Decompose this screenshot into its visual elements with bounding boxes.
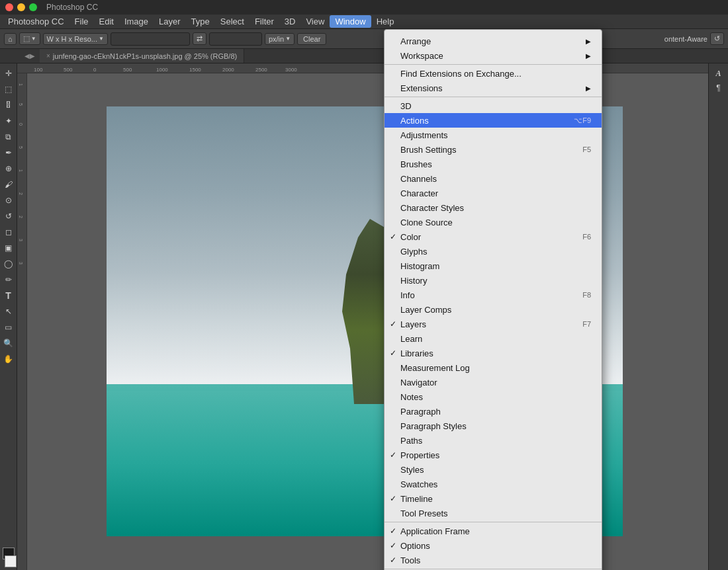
menu-workspace[interactable]: Workspace ▶ [385, 48, 602, 63]
menu-history[interactable]: History [385, 273, 602, 288]
tp-label: Tool Presets [400, 509, 591, 518]
opt-label: Options [400, 541, 591, 551]
menu-section-app: ✓ Application Frame ✓ Options ✓ Tools [385, 522, 602, 569]
info-label: Info [400, 290, 577, 300]
menu-brushes[interactable]: Brushes [385, 157, 602, 171]
ext-label: Extensions [400, 83, 583, 93]
menu-adjustments[interactable]: Adjustments [385, 128, 602, 142]
menu-paths[interactable]: Paths [385, 433, 602, 448]
ps-label: Paragraph Styles [400, 421, 591, 431]
lc-label: Layer Comps [400, 305, 591, 315]
menu-arrange[interactable]: Arrange ▶ [385, 34, 602, 48]
ml-label: Measurement Log [400, 363, 591, 373]
learn-label: Learn [400, 334, 591, 344]
tl-check: ✓ [390, 494, 400, 503]
menu-measurement-log[interactable]: Measurement Log [385, 360, 602, 375]
styles-label: Styles [400, 465, 591, 475]
bs-shortcut: F5 [582, 145, 591, 153]
workspace-arrow: ▶ [586, 52, 591, 60]
cs-label: Character Styles [400, 203, 591, 213]
menu-tools[interactable]: ✓ Tools [385, 553, 602, 567]
char-label: Character [400, 188, 591, 198]
menu-3d[interactable]: 3D [385, 99, 602, 113]
menu-section-panels: 3D Actions ⌥F9 Adjustments Brush Setting… [385, 97, 602, 522]
menu-swatches[interactable]: Swatches [385, 477, 602, 491]
menu-navigator[interactable]: Navigator [385, 375, 602, 389]
menu-application-frame[interactable]: ✓ Application Frame [385, 524, 602, 538]
menu-info[interactable]: Info F8 [385, 288, 602, 302]
color-shortcut: F6 [582, 233, 591, 241]
libraries-check: ✓ [390, 348, 400, 358]
menu-glyphs[interactable]: Glyphs [385, 244, 602, 259]
histogram-label: Histogram [400, 261, 591, 271]
info-shortcut: F8 [582, 291, 591, 299]
layers-shortcut: F7 [582, 320, 591, 328]
3d-label: 3D [400, 101, 591, 111]
dropdown-overlay[interactable] [0, 0, 728, 570]
layers-label: Layers [400, 319, 577, 329]
brushes-label: Brushes [400, 159, 591, 169]
ext-arrow: ▶ [586, 85, 591, 92]
menu-find-extensions[interactable]: Find Extensions on Exchange... [385, 66, 602, 81]
menu-color[interactable]: ✓ Color F6 [385, 229, 602, 244]
menu-character[interactable]: Character [385, 186, 602, 200]
tools-label: Tools [400, 555, 591, 565]
color-label: Color [400, 232, 577, 242]
prop-label: Properties [400, 450, 591, 460]
menu-paragraph-styles[interactable]: Paragraph Styles [385, 419, 602, 433]
arrange-arrow: ▶ [586, 38, 591, 45]
af-label: Application Frame [400, 526, 591, 536]
tl-label: Timeline [400, 494, 591, 504]
find-ext-label: Find Extensions on Exchange... [400, 69, 591, 79]
menu-libraries[interactable]: ✓ Libraries [385, 346, 602, 360]
menu-layer-comps[interactable]: Layer Comps [385, 302, 602, 317]
menu-styles[interactable]: Styles [385, 462, 602, 477]
menu-layers[interactable]: ✓ Layers F7 [385, 317, 602, 331]
menu-clone-source[interactable]: Clone Source [385, 215, 602, 229]
sw-label: Swatches [400, 479, 591, 489]
actions-label: Actions [400, 116, 569, 126]
nav-label: Navigator [400, 378, 591, 387]
menu-section-extensions: Find Extensions on Exchange... Extension… [385, 65, 602, 97]
menu-character-styles[interactable]: Character Styles [385, 200, 602, 215]
window-menu: Arrange ▶ Workspace ▶ Find Extensions on… [384, 29, 602, 570]
menu-paragraph[interactable]: Paragraph [385, 404, 602, 419]
workspace-label: Workspace [400, 51, 583, 61]
glyphs-label: Glyphs [400, 247, 591, 257]
menu-brush-settings[interactable]: Brush Settings F5 [385, 142, 602, 157]
menu-learn[interactable]: Learn [385, 331, 602, 346]
prop-check: ✓ [390, 450, 400, 460]
paths-label: Paths [400, 436, 591, 446]
menu-extensions[interactable]: Extensions ▶ [385, 81, 602, 95]
af-check: ✓ [390, 526, 400, 536]
para-label: Paragraph [400, 407, 591, 417]
menu-tool-presets[interactable]: Tool Presets [385, 506, 602, 520]
adj-label: Adjustments [400, 130, 591, 140]
notes-label: Notes [400, 392, 591, 402]
arrange-label: Arrange [400, 36, 583, 46]
menu-timeline[interactable]: ✓ Timeline [385, 491, 602, 506]
menu-section-arrange: Arrange ▶ Workspace ▶ [385, 32, 602, 65]
opt-check: ✓ [390, 541, 400, 550]
color-check: ✓ [390, 232, 400, 241]
menu-notes[interactable]: Notes [385, 389, 602, 404]
tools-check: ✓ [390, 555, 400, 565]
menu-channels[interactable]: Channels [385, 171, 602, 186]
clone-label: Clone Source [400, 218, 591, 227]
channels-label: Channels [400, 174, 591, 184]
menu-histogram[interactable]: Histogram [385, 259, 602, 273]
history-label: History [400, 276, 591, 286]
layers-check: ✓ [390, 319, 400, 329]
actions-shortcut: ⌥F9 [574, 116, 591, 125]
menu-properties[interactable]: ✓ Properties [385, 448, 602, 462]
menu-options[interactable]: ✓ Options [385, 538, 602, 553]
bs-label: Brush Settings [400, 145, 577, 155]
menu-actions[interactable]: Actions ⌥F9 [385, 113, 602, 128]
libraries-label: Libraries [400, 348, 591, 358]
